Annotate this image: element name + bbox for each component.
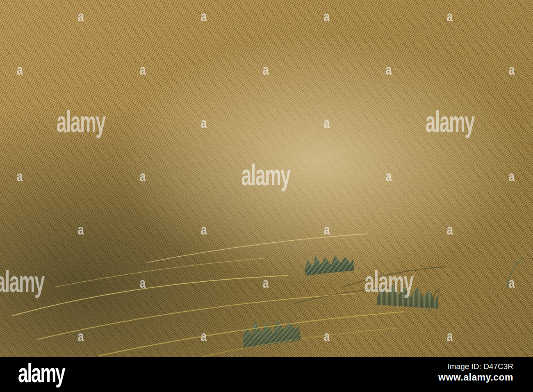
image-id-text: Image ID: D47C3R — [438, 362, 513, 371]
footer-info: Image ID: D47C3R www.alamy.com — [438, 362, 513, 383]
bottom-right-grass — [0, 0, 533, 357]
alamy-logo: alamy — [18, 360, 64, 386]
alamy-footer-bar: alamy Image ID: D47C3R www.alamy.com — [0, 357, 533, 392]
alamy-website-text: www.alamy.com — [438, 371, 513, 383]
alamy-stock-photo-page: aaaaaaaaaaaaaaaaaaaaaaaaaaalamyalamyalam… — [0, 0, 533, 392]
stock-photo: aaaaaaaaaaaaaaaaaaaaaaaaaaalamyalamyalam… — [0, 0, 533, 357]
